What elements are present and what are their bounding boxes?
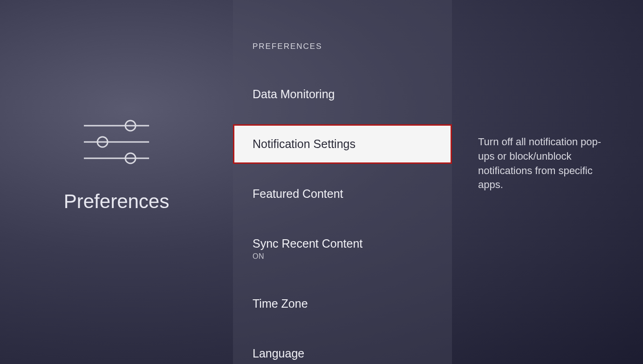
left-panel: Preferences <box>0 0 233 364</box>
menu-item-label: Sync Recent Content <box>253 237 432 250</box>
menu-item-label: Data Monitoring <box>253 88 432 101</box>
section-header: PREFERENCES <box>233 42 452 74</box>
menu-item-sync-recent-content[interactable]: Sync Recent Content ON <box>233 224 452 274</box>
menu-item-label: Notification Settings <box>253 137 432 151</box>
menu-item-label: Featured Content <box>253 187 432 201</box>
item-description: Turn off all notification pop-ups or blo… <box>478 135 615 192</box>
sliders-icon <box>79 114 154 172</box>
menu-item-notification-settings[interactable]: Notification Settings <box>233 124 452 164</box>
menu-panel: PREFERENCES Data Monitoring Notification… <box>233 0 452 364</box>
description-panel: Turn off all notification pop-ups or blo… <box>452 0 643 364</box>
menu-item-label: Time Zone <box>253 297 432 310</box>
menu-item-label: Language <box>253 347 432 360</box>
menu-item-language[interactable]: Language <box>233 334 452 364</box>
page-title: Preferences <box>64 190 169 213</box>
menu-item-data-monitoring[interactable]: Data Monitoring <box>233 74 452 114</box>
menu-item-time-zone[interactable]: Time Zone <box>233 284 452 324</box>
menu-item-featured-content[interactable]: Featured Content <box>233 174 452 214</box>
menu-item-subvalue: ON <box>253 252 432 261</box>
